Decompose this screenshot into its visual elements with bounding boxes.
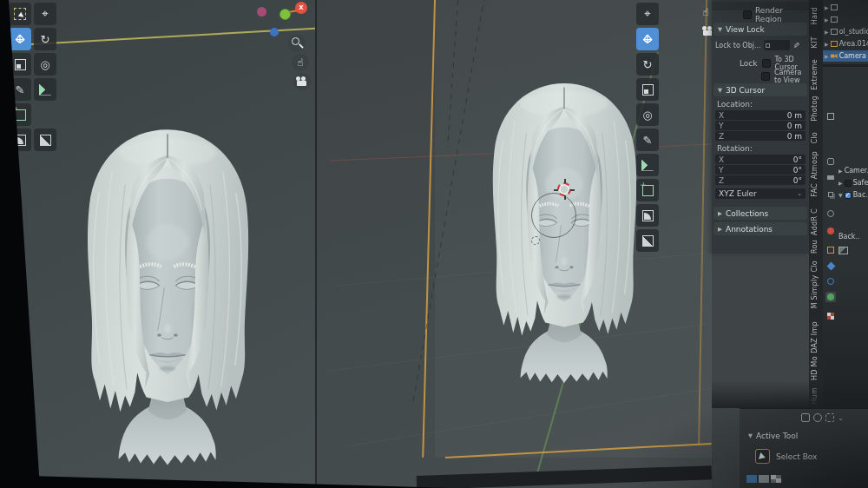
cursor-rotation-x[interactable]: X 0° bbox=[715, 155, 806, 164]
properties-tab-scene[interactable] bbox=[825, 208, 836, 219]
select-box-tool-button[interactable] bbox=[755, 449, 770, 464]
tool-measure[interactable] bbox=[636, 154, 659, 176]
filter-icon[interactable] bbox=[825, 413, 834, 422]
empty-axes-marker[interactable] bbox=[531, 236, 540, 245]
sidebar-tab-hd-mo[interactable]: HD Mo bbox=[811, 356, 819, 380]
sidebar-tab-photog[interactable]: Photog bbox=[811, 96, 819, 122]
tool-move[interactable]: ↔↕ bbox=[636, 28, 659, 50]
properties-tab-view-layers[interactable] bbox=[825, 189, 836, 200]
properties-tab-object[interactable] bbox=[825, 245, 836, 255]
right-3d-viewport[interactable]: ⌖ ↔↕ ↻ ◎ ✎ + ☝ bbox=[317, 0, 712, 488]
sidebar-tab-daz-imp[interactable]: DAZ Imp bbox=[811, 321, 819, 353]
gizmo-neg-x-ball[interactable] bbox=[257, 7, 266, 16]
tool-transform[interactable]: ◎ bbox=[636, 103, 659, 126]
axis-value: 0° bbox=[793, 155, 802, 164]
tool-scale[interactable] bbox=[636, 78, 659, 101]
screen-icon bbox=[831, 29, 838, 35]
outliner-row-clipped[interactable]: ▶ bbox=[823, 2, 868, 13]
head-model-left[interactable] bbox=[45, 120, 290, 471]
3d-cursor-header[interactable]: ▼ 3D Cursor bbox=[713, 83, 807, 96]
view-lock-header[interactable]: ▼ View Lock bbox=[713, 23, 807, 36]
properties-tab-physics[interactable] bbox=[825, 276, 836, 287]
outliner-row-clipped[interactable]: ▶ bbox=[823, 14, 868, 25]
tool-select-box[interactable] bbox=[9, 3, 31, 25]
cursor-rotation-y[interactable]: Y 0° bbox=[715, 165, 806, 175]
sidebar-tab-kit[interactable]: KIT bbox=[811, 36, 819, 48]
euler-order-dropdown[interactable]: XYZ Euler ⌄ bbox=[715, 188, 806, 199]
tool-inset-faces[interactable] bbox=[636, 204, 659, 227]
background-panel-row[interactable]: ▼ ✓ Bac.. bbox=[838, 191, 868, 199]
left-3d-viewport[interactable]: ⌖ ↔↕ ↻ ◎ ✎ + X ☝ bbox=[0, 0, 317, 488]
cursor-location-z[interactable]: Z 0 m bbox=[715, 131, 806, 141]
to-3d-cursor-checkbox[interactable] bbox=[762, 59, 771, 68]
properties-tab-texture[interactable] bbox=[825, 311, 836, 321]
tool-inset-faces[interactable] bbox=[9, 129, 31, 151]
background-checkbox[interactable]: ✓ bbox=[845, 192, 852, 199]
tool-annotate[interactable]: ✎ bbox=[9, 78, 31, 101]
tool-rotate[interactable]: ↻ bbox=[636, 53, 659, 76]
annotations-header[interactable]: ▶ Annotations bbox=[713, 222, 807, 235]
properties-context-icon[interactable] bbox=[825, 111, 836, 122]
tool-shear[interactable] bbox=[34, 129, 56, 151]
expand-arrow-icon: ▶ bbox=[838, 168, 843, 174]
background-image-row[interactable]: Back.. bbox=[838, 233, 860, 241]
sidebar-tab-m[interactable]: M bbox=[811, 302, 819, 308]
properties-tab-world[interactable] bbox=[825, 226, 836, 236]
camera-view-button[interactable] bbox=[293, 73, 311, 90]
tool-transform[interactable]: ◎ bbox=[34, 53, 56, 76]
tool-add-cube[interactable]: + bbox=[9, 103, 31, 126]
tool-cursor[interactable]: ⌖ bbox=[34, 3, 56, 25]
properties-tab-constraints[interactable] bbox=[825, 292, 836, 302]
camera-panel-row[interactable]: ▶ Camer.. bbox=[838, 167, 868, 175]
gizmo-x-ball[interactable]: X bbox=[295, 2, 307, 14]
sidebar-tab-clo[interactable]: Clo bbox=[811, 132, 819, 144]
sidebar-tab-addr-c[interactable]: AddR C bbox=[811, 208, 819, 235]
sidebar-tab-rou[interactable]: Rou bbox=[811, 240, 819, 254]
thumbnail-blue[interactable] bbox=[746, 475, 757, 483]
tool-add-cube[interactable]: + bbox=[636, 179, 659, 201]
properties-tab-modifiers[interactable] bbox=[825, 260, 836, 271]
collections-title: Collections bbox=[726, 209, 768, 218]
sidebar-tab-extreme[interactable]: Extreme bbox=[811, 59, 819, 90]
image-selector[interactable] bbox=[838, 247, 848, 254]
gizmo-z-ball[interactable] bbox=[270, 28, 279, 36]
eyedropper-icon[interactable]: ✎ bbox=[791, 42, 799, 49]
tool-annotate[interactable]: ✎ bbox=[636, 129, 659, 151]
pan-nav-button[interactable]: ☝ bbox=[292, 54, 309, 71]
active-tool-header[interactable]: ▼ Active Tool bbox=[748, 432, 798, 440]
cursor-location-y[interactable]: Y 0 m bbox=[715, 121, 806, 130]
tool-move[interactable]: ↔↕ bbox=[9, 28, 31, 50]
thumbnail-checker[interactable] bbox=[771, 475, 781, 483]
properties-tab-output[interactable] bbox=[825, 172, 836, 182]
tool-rotate[interactable]: ↻ bbox=[34, 28, 56, 50]
safe-areas-panel-row[interactable]: ▶ Safe.. bbox=[838, 179, 868, 187]
camera-to-view-checkbox[interactable] bbox=[761, 72, 770, 81]
render-region-checkbox[interactable] bbox=[743, 10, 752, 19]
cursor-rotation-z[interactable]: Z 0° bbox=[715, 175, 806, 185]
sidebar-tab-hard[interactable]: Hard bbox=[811, 7, 819, 24]
tool-cursor[interactable]: ⌖ bbox=[636, 3, 659, 25]
tool-measure[interactable] bbox=[34, 78, 56, 101]
outliner-row-area-light[interactable]: ▶ Area.014 bbox=[823, 38, 868, 49]
tool-shear[interactable] bbox=[636, 229, 659, 252]
lock-to-object-field[interactable] bbox=[764, 40, 790, 50]
tool-scale[interactable] bbox=[9, 53, 31, 76]
sidebar-tab-simply-clo[interactable]: Simply Clo bbox=[811, 260, 819, 300]
sidebar-tab-atmosp[interactable]: Atmosp bbox=[811, 151, 819, 179]
workspace-icon[interactable] bbox=[813, 413, 822, 422]
cursor-location-x[interactable]: X 0 m bbox=[715, 110, 806, 120]
properties-tab-render[interactable] bbox=[825, 156, 836, 167]
screen-icon[interactable] bbox=[801, 413, 810, 422]
gizmo-y-ball[interactable] bbox=[279, 9, 291, 20]
safe-areas-checkbox[interactable] bbox=[845, 180, 852, 187]
outliner-row-camera[interactable]: ▶ Camera bbox=[823, 50, 868, 62]
render-region-row[interactable]: Render Region bbox=[712, 6, 809, 23]
collections-header[interactable]: ▶ Collections bbox=[713, 207, 807, 220]
camera-icon bbox=[296, 76, 309, 87]
chevron-down-icon[interactable]: ⌄ bbox=[838, 414, 844, 422]
zoom-nav-button[interactable] bbox=[288, 35, 306, 52]
empty-circle-object[interactable] bbox=[531, 193, 576, 238]
sidebar-tab-fac[interactable]: FAC bbox=[811, 183, 819, 197]
outliner-row-studio[interactable]: ▶ ol_studio.. bbox=[823, 26, 868, 37]
thumbnail-gray[interactable] bbox=[759, 475, 769, 483]
